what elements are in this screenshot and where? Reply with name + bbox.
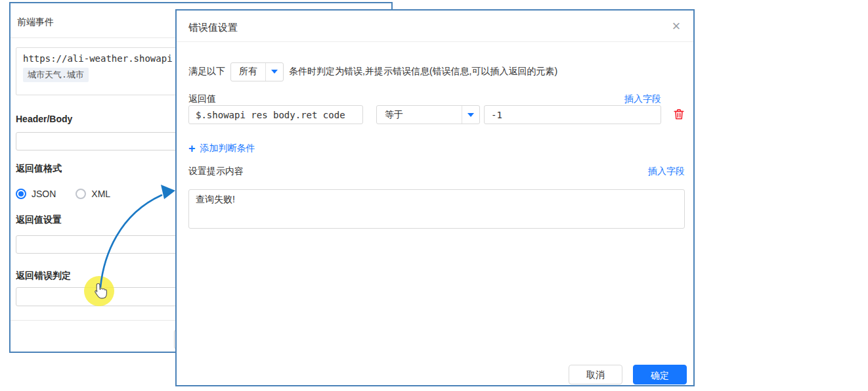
prompt-content-label: 设置提示内容: [188, 166, 244, 177]
chevron-down-icon: [271, 70, 278, 74]
modal-title: 错误值设置: [188, 22, 238, 34]
chevron-down-icon: [467, 113, 474, 117]
insert-field-link-condition[interactable]: 插入字段: [624, 93, 661, 105]
radio-json-label[interactable]: JSON: [32, 189, 56, 199]
insert-field-link-prompt[interactable]: 插入字段: [648, 166, 685, 177]
error-judge-label: 返回错误判定: [16, 270, 71, 282]
radio-json-selected-icon[interactable]: [16, 189, 26, 199]
plus-icon: +: [188, 144, 196, 153]
condition-suffix-text: 条件时判定为错误,并提示错误信息(错误信息,可以插入返回的元素): [289, 66, 557, 78]
condition-value-input[interactable]: [484, 105, 661, 124]
prompt-content-textarea[interactable]: 查询失败!: [188, 189, 685, 229]
api-url-text: https://ali-weather.showapi: [23, 53, 173, 64]
return-value-settings-label: 返回值设置: [16, 214, 62, 226]
return-value-label: 返回值: [188, 93, 216, 105]
radio-xml-label[interactable]: XML: [91, 189, 110, 199]
condition-scope-select[interactable]: 所有: [230, 62, 284, 81]
modal-header-divider: [177, 41, 693, 42]
error-value-settings-modal: 错误值设置 × 满足以下 所有 条件时判定为错误,并提示错误信息(错误信息,可以…: [175, 9, 695, 386]
delete-condition-trash-icon[interactable]: [672, 107, 686, 122]
header-body-label: Header/Body: [16, 114, 72, 124]
radio-xml-icon[interactable]: [76, 189, 86, 199]
condition-scope-value: 所有: [231, 66, 265, 78]
cancel-button[interactable]: 取消: [569, 365, 622, 384]
panel-title: 前端事件: [17, 16, 54, 28]
add-condition-link[interactable]: + 添加判断条件: [188, 143, 255, 154]
condition-operator-value: 等于: [377, 109, 462, 121]
close-icon[interactable]: ×: [668, 18, 685, 35]
hand-cursor-icon: [92, 283, 108, 303]
api-url-param-tag[interactable]: 城市天气.城市: [23, 68, 89, 82]
caret-box[interactable]: [462, 106, 479, 124]
add-condition-label: 添加判断条件: [200, 143, 255, 154]
screen: 前端事件 https://ali-weather.showapi 城市天气.城市…: [0, 0, 868, 391]
condition-sentence-row: 满足以下 所有 条件时判定为错误,并提示错误信息(错误信息,可以插入返回的元素): [188, 62, 557, 81]
condition-field-input[interactable]: [188, 105, 363, 124]
return-format-radio-group: JSON XML: [16, 189, 125, 199]
condition-prefix-text: 满足以下: [188, 66, 225, 78]
condition-operator-select[interactable]: 等于: [376, 105, 480, 124]
ok-button[interactable]: 确定: [633, 365, 687, 384]
caret-box[interactable]: [266, 63, 283, 81]
return-format-label: 返回值格式: [16, 163, 62, 175]
prompt-content-value: 查询失败!: [196, 194, 235, 206]
